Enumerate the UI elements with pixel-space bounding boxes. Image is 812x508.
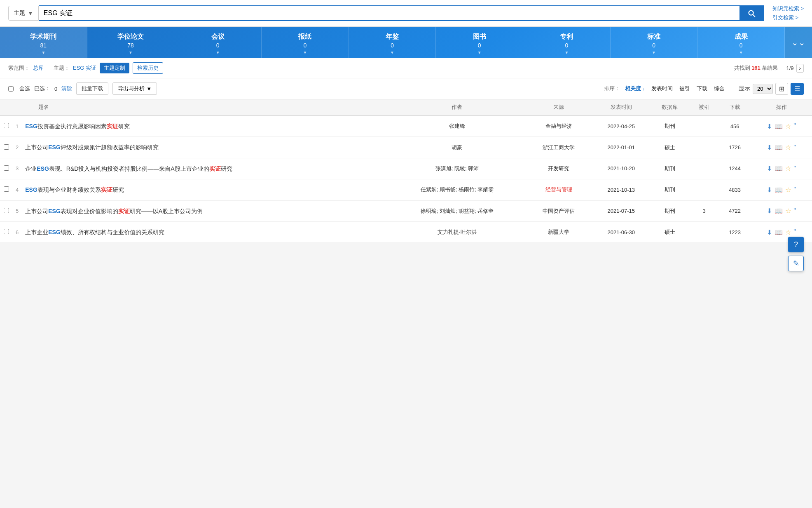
help-button[interactable]: ?: [788, 237, 804, 243]
row5-db: 期刊: [651, 200, 689, 221]
row1-title-link[interactable]: ESG投资基金执行意愿影响因素实证研究: [25, 123, 130, 129]
row1-date: 2022-04-25: [592, 115, 651, 137]
row5-cited: 3: [689, 200, 719, 221]
row5-favorite-icon[interactable]: ☆: [785, 207, 791, 215]
row5-cite-icon[interactable]: ": [793, 207, 796, 215]
row6-title-link[interactable]: 上市企业ESG绩效、所有权结构与企业价值的关系研究: [25, 229, 164, 235]
search-button[interactable]: [739, 6, 763, 20]
row2-download-icon[interactable]: ⬇: [767, 143, 772, 151]
row2-read-icon[interactable]: 📖: [775, 143, 783, 151]
row1-checkbox[interactable]: [4, 123, 9, 128]
export-label: 导出与分析: [118, 85, 145, 92]
row2-checkbox[interactable]: [4, 144, 9, 150]
tab-standard[interactable]: 标准 0 ▼: [611, 27, 698, 58]
row2-download: 1726: [719, 137, 751, 158]
tab-yearbook-arrow-icon: ▼: [390, 50, 394, 55]
col-date: 发表时间: [592, 99, 651, 115]
row3-download-icon[interactable]: ⬇: [767, 165, 772, 172]
subject-dropdown[interactable]: 主题 ▼: [8, 6, 39, 21]
batch-download-button[interactable]: 批量下载: [76, 82, 108, 95]
row3-esg-label: ESG: [37, 165, 49, 172]
display-count-select[interactable]: 20 10 50: [753, 84, 773, 94]
row3-checkbox[interactable]: [4, 165, 9, 171]
search-icon: [747, 9, 756, 18]
row4-source-link[interactable]: 经营与管理: [545, 186, 572, 193]
row6-date: 2021-06-30: [592, 221, 651, 242]
row5-checkbox[interactable]: [4, 208, 9, 213]
row6-download-icon[interactable]: ⬇: [767, 228, 772, 236]
sort-relevance[interactable]: 相关度 ↓: [623, 84, 646, 93]
row2-db: 硕士: [651, 137, 689, 158]
row4-checkbox[interactable]: [4, 186, 9, 192]
tab-conference[interactable]: 会议 0 ▼: [174, 27, 262, 58]
table-row: 5 上市公司ESG表现对企业价值影响的实证研究——以A股上市公司为例 徐明瑜; …: [0, 200, 812, 221]
row1-favorite-icon[interactable]: ☆: [785, 122, 791, 130]
row4-cite-icon[interactable]: ": [793, 186, 796, 193]
tab-academic[interactable]: 学术期刊 81 ▼: [0, 27, 87, 58]
row1-cite-icon[interactable]: ": [793, 122, 796, 130]
row5-read-icon[interactable]: 📖: [775, 207, 783, 215]
tab-result[interactable]: 成果 0 ▼: [697, 27, 785, 58]
tab-yearbook[interactable]: 年鉴 0 ▼: [349, 27, 436, 58]
tab-newspaper[interactable]: 报纸 0 ▼: [262, 27, 349, 58]
row5-author: 徐明瑜; 刘灿灿; 胡益翔; 岳修奎: [388, 200, 525, 221]
row4-source: 经营与管理: [526, 179, 592, 200]
customize-topic-button[interactable]: 主题定制: [100, 63, 129, 73]
row4-favorite-icon[interactable]: ☆: [785, 186, 791, 194]
sort-comprehensive[interactable]: 综合: [712, 84, 726, 93]
row4-read-icon[interactable]: 📖: [775, 186, 783, 194]
row3-cite-icon[interactable]: ": [793, 165, 796, 172]
tab-yearbook-count: 0: [391, 42, 394, 49]
tab-expand-button[interactable]: ⌄⌄: [785, 27, 812, 58]
row6-checkbox[interactable]: [4, 229, 9, 234]
row1-shizheng-label: 实证: [107, 123, 118, 129]
next-page-button[interactable]: ›: [796, 64, 804, 73]
col-source: 来源: [526, 99, 592, 115]
row1-read-icon[interactable]: 📖: [775, 122, 783, 130]
row4-download: 4833: [719, 179, 751, 200]
col-cited: 被引: [689, 99, 719, 115]
search-input[interactable]: [39, 6, 739, 20]
row3-read-icon[interactable]: 📖: [775, 165, 783, 172]
clear-label[interactable]: 清除: [61, 85, 72, 92]
list-view-button[interactable]: ☰: [791, 83, 804, 95]
grid-view-button[interactable]: ⊞: [775, 83, 788, 95]
row6-read-icon[interactable]: 📖: [775, 228, 783, 236]
tab-books-count: 0: [478, 42, 481, 49]
select-all-checkbox[interactable]: [8, 86, 14, 92]
citation-search-link[interactable]: 引文检索 >: [772, 13, 804, 22]
row3-favorite-icon[interactable]: ☆: [785, 165, 791, 172]
row5-download-icon[interactable]: ⬇: [767, 207, 772, 215]
row1-checkbox-cell: [0, 115, 12, 137]
knowledge-search-link[interactable]: 知识元检索 >: [772, 4, 804, 13]
search-history-button[interactable]: 检索历史: [133, 62, 163, 74]
row6-checkbox-cell: [0, 221, 12, 242]
tab-patent-label: 专利: [560, 33, 573, 41]
row2-title-link[interactable]: 上市公司ESG评级对股票累计超额收益率的影响研究: [25, 144, 159, 151]
row5-title-link[interactable]: 上市公司ESG表现对企业价值影响的实证研究——以A股上市公司为例: [25, 208, 203, 214]
tab-conference-label: 会议: [211, 33, 225, 41]
row3-title-cell: 企业ESG表现、R&D投入与机构投资者持股比例——来自A股上市企业的实证研究: [22, 158, 388, 179]
tab-thesis[interactable]: 学位论文 78 ▼: [87, 27, 175, 58]
row6-cite-icon[interactable]: ": [793, 228, 796, 236]
col-checkbox: [0, 99, 12, 115]
row3-title-link[interactable]: 企业ESG表现、R&D投入与机构投资者持股比例——来自A股上市企业的实证研究: [25, 165, 232, 172]
row2-cite-icon[interactable]: ": [793, 144, 796, 151]
tab-books[interactable]: 图书 0 ▼: [436, 27, 523, 58]
tab-patent[interactable]: 专利 0 ▼: [523, 27, 611, 58]
sort-download[interactable]: 下载: [695, 84, 709, 93]
row3-cited: [689, 158, 719, 179]
table-row: 4 ESG表现与企业财务绩效关系实证研究 任紫娴; 顾书畅; 杨雨竹; 李婧雯 …: [0, 179, 812, 200]
tab-standard-arrow-icon: ▼: [652, 50, 656, 55]
row1-download-icon[interactable]: ⬇: [767, 122, 772, 130]
row4-date: 2021-10-13: [592, 179, 651, 200]
sort-cited[interactable]: 被引: [678, 84, 692, 93]
row4-title-link[interactable]: ESG表现与企业财务绩效关系实证研究: [25, 186, 124, 193]
row4-download-icon[interactable]: ⬇: [767, 186, 772, 194]
row3-db: 期刊: [651, 158, 689, 179]
sort-date[interactable]: 发表时间: [650, 84, 674, 93]
row6-favorite-icon[interactable]: ☆: [785, 228, 791, 236]
table-row: 6 上市企业ESG绩效、所有权结构与企业价值的关系研究 艾力扎提·吐尔洪 新疆大…: [0, 221, 812, 242]
export-analysis-button[interactable]: 导出与分析 ▼: [112, 82, 157, 95]
row2-favorite-icon[interactable]: ☆: [785, 143, 791, 151]
